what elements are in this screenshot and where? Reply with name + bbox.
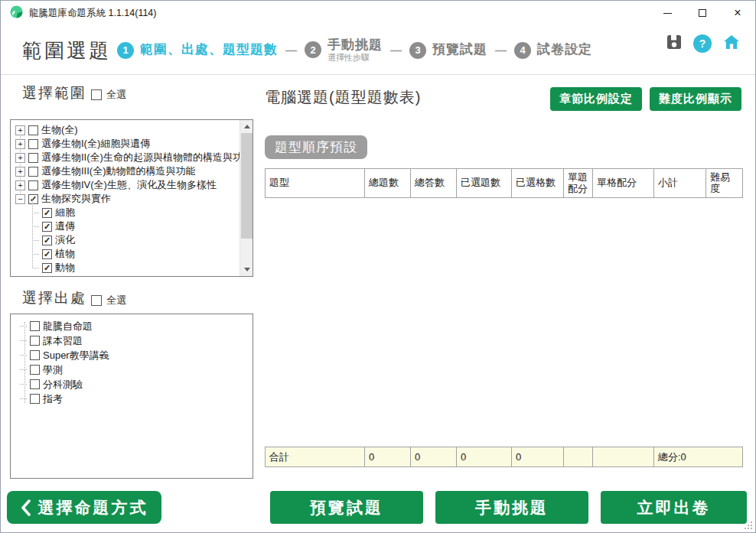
tree-item-checkbox[interactable] (42, 263, 52, 273)
resize-grip[interactable] (751, 528, 752, 529)
computer-selection-title: 電腦選題(題型題數表) (265, 87, 421, 108)
type-order-preset-button[interactable]: 題型順序預設 (265, 135, 367, 159)
tree-connector (20, 384, 27, 385)
computer-selection-panel: 電腦選題(題型題數表) 章節比例設定 難度比例顯示 題型順序預設 題型總題數總答… (265, 75, 743, 483)
list-item-checkbox[interactable] (30, 321, 40, 331)
source-select-all-checkbox[interactable] (91, 295, 102, 306)
step-3[interactable]: 3預覽試題 (409, 42, 487, 59)
tree-item-checkbox[interactable] (42, 236, 52, 245)
column-header[interactable]: 小計 (654, 169, 706, 197)
tree-connector (32, 254, 39, 255)
tree-item-checkbox[interactable] (42, 222, 52, 232)
column-header[interactable]: 難易度 (706, 169, 742, 197)
column-header[interactable]: 已選格數 (512, 169, 564, 197)
total-row-label: 合計 (266, 447, 365, 466)
tree-item-checkbox[interactable] (28, 180, 38, 190)
total-cell (593, 447, 654, 466)
tree-item[interactable]: +選修生物II(全)生命的起源與植物體的構造與功能 (11, 151, 253, 164)
column-header[interactable]: 單格配分 (593, 169, 654, 197)
step-2[interactable]: 2手動挑題選擇性步驟 (305, 37, 383, 63)
tree-item-checkbox[interactable] (28, 194, 38, 204)
tree-item-checkbox[interactable] (42, 249, 52, 259)
column-header[interactable]: 已選題數 (457, 169, 512, 197)
list-item[interactable]: Super教學講義 (11, 348, 253, 362)
total-cell: 0 (457, 447, 512, 466)
list-item-label: 學測 (43, 363, 63, 377)
tree-connector (32, 240, 39, 241)
list-item-checkbox[interactable] (30, 379, 40, 389)
header-icons: ? (666, 34, 740, 53)
tree-item[interactable]: +選修生物I(全)細胞與遺傳 (11, 137, 253, 151)
back-to-method-button[interactable]: 選擇命題方式 (7, 491, 161, 524)
scroll-thumb[interactable] (241, 133, 253, 239)
scope-scrollbar[interactable] (240, 120, 253, 276)
tree-item[interactable]: 細胞 (11, 206, 253, 219)
column-header[interactable]: 題型 (266, 169, 365, 197)
expand-icon[interactable]: + (15, 153, 25, 163)
total-cell: 0 (411, 447, 457, 466)
source-list-panel: 龍騰自命題課本習題Super教學講義學測分科測驗指考 (10, 314, 253, 479)
tree-item-checkbox[interactable] (28, 153, 38, 163)
tree-item[interactable]: 演化 (11, 233, 253, 247)
list-item-checkbox[interactable] (30, 365, 40, 375)
step-sublabel: 選擇性步驟 (327, 53, 383, 63)
step-4[interactable]: 4試卷設定 (514, 42, 592, 59)
step-1[interactable]: 1範圍、出處、題型題數 (117, 42, 278, 59)
tree-connector (20, 369, 27, 370)
tree-item-checkbox[interactable] (28, 167, 38, 177)
chapter-ratio-button[interactable]: 章節比例設定 (550, 87, 642, 111)
expand-icon[interactable]: + (15, 125, 25, 135)
list-item[interactable]: 龍騰自命題 (11, 319, 253, 333)
home-icon[interactable] (723, 34, 740, 53)
list-item-checkbox[interactable] (30, 394, 40, 404)
scope-select-all[interactable]: 全選 (91, 88, 126, 102)
generate-paper-button[interactable]: 立即出卷 (601, 491, 747, 524)
tree-item[interactable]: 遺傳 (11, 219, 253, 233)
source-select-all[interactable]: 全選 (91, 294, 126, 307)
manual-pick-button[interactable]: 手動挑題 (435, 491, 588, 524)
list-item[interactable]: 學測 (11, 362, 253, 377)
step-label: 範圍、出處、題型題數 (140, 42, 278, 57)
tree-item-checkbox[interactable] (42, 208, 52, 218)
scroll-up-icon[interactable] (240, 120, 253, 133)
tree-connector (32, 213, 39, 213)
step-number-badge: 2 (305, 41, 321, 58)
tree-item[interactable]: 動物 (11, 261, 253, 275)
back-button-label: 選擇命題方式 (38, 497, 148, 518)
tree-item[interactable]: +選修生物IV(全)生態、演化及生物多樣性 (11, 178, 253, 192)
column-header[interactable]: 總答數 (411, 169, 457, 197)
list-item-checkbox[interactable] (30, 350, 40, 360)
tree-item[interactable]: 植物 (11, 247, 253, 261)
preview-questions-button[interactable]: 預覽試題 (270, 491, 423, 524)
list-item-label: 分科測驗 (43, 378, 83, 392)
expand-icon[interactable]: + (15, 167, 25, 177)
tree-item[interactable]: +生物(全) (11, 123, 253, 137)
save-icon[interactable] (666, 34, 682, 53)
maximize-button[interactable] (685, 1, 720, 25)
tree-item-checkbox[interactable] (28, 125, 38, 135)
difficulty-ratio-button[interactable]: 難度比例顯示 (650, 87, 741, 111)
list-item-checkbox[interactable] (30, 336, 40, 346)
step-separator: — (390, 44, 402, 57)
scope-select-all-checkbox[interactable] (91, 89, 102, 100)
minimize-button[interactable] (650, 1, 685, 25)
tree-item[interactable]: +選修生物III(全)動物體的構造與功能 (11, 164, 253, 178)
tree-item-checkbox[interactable] (28, 139, 38, 149)
list-item[interactable]: 分科測驗 (11, 377, 253, 392)
expand-icon[interactable]: + (15, 180, 25, 190)
step-label: 試卷設定 (537, 42, 592, 57)
step-number-badge: 4 (514, 42, 531, 59)
scroll-down-icon[interactable] (240, 263, 253, 276)
step-separator: — (495, 44, 507, 57)
wizard-header: 範圍選題 1範圍、出處、題型題數—2手動挑題選擇性步驟—3預覽試題—4試卷設定 … (1, 25, 755, 75)
close-button[interactable]: × (720, 1, 755, 25)
column-header[interactable]: 總題數 (365, 169, 411, 197)
list-item[interactable]: 指考 (11, 392, 253, 406)
chevron-left-icon (21, 499, 31, 516)
help-icon[interactable]: ? (693, 34, 712, 53)
list-item[interactable]: 課本習題 (11, 333, 253, 348)
expand-icon[interactable]: + (15, 139, 25, 149)
tree-item[interactable]: −生物探究與實作 (11, 192, 253, 206)
collapse-icon[interactable]: − (15, 194, 25, 204)
column-header[interactable]: 單題配分 (564, 169, 593, 197)
